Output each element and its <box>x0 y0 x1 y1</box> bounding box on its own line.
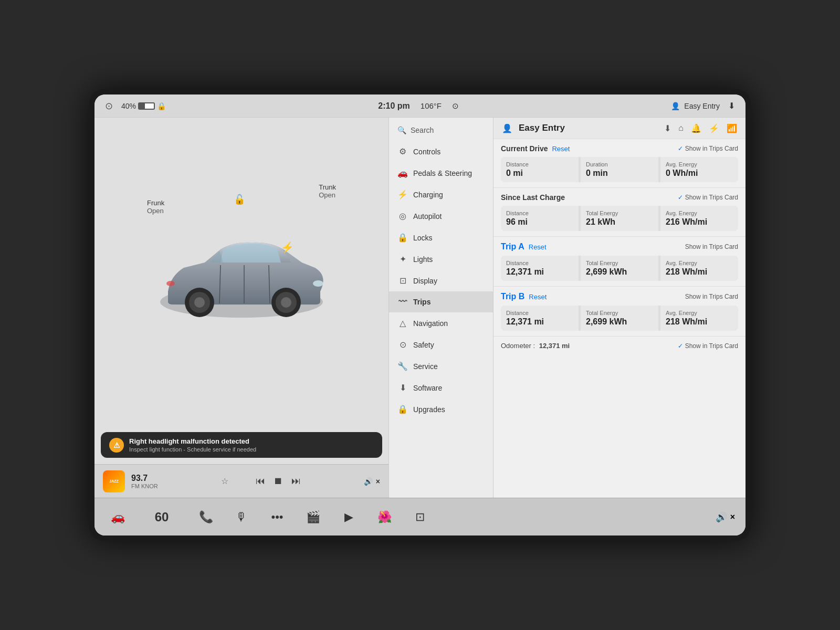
odometer-value: 12,371 mi <box>539 342 570 350</box>
odometer-row: Odometer : 12,371 mi ✓ Show in Trips Car… <box>494 337 746 355</box>
easy-entry-label: Easy Entry <box>684 102 720 110</box>
next-track-button[interactable]: ⏭ <box>291 476 301 487</box>
person-icon-header: 👤 <box>502 123 512 133</box>
locks-icon: 🔒 <box>397 233 408 243</box>
menu-item-lights[interactable]: ✦ Lights <box>389 248 493 270</box>
battery-indicator: 40% 🔒 <box>121 102 166 110</box>
battery-pct-label: 40% <box>121 102 136 110</box>
trip-a-avg-energy-label: Avg. Energy <box>666 260 733 266</box>
menu-item-software[interactable]: ⬇ Software <box>389 377 493 398</box>
trip-b-title: Trip B <box>501 292 524 301</box>
since-last-charge-show-trips[interactable]: ✓ Show in Trips Card <box>678 194 738 201</box>
menu-item-safety[interactable]: ⊙ Safety <box>389 334 493 355</box>
menu-item-autopilot[interactable]: ◎ Autopilot <box>389 205 493 227</box>
menu-item-display[interactable]: ⊡ Display <box>389 270 493 291</box>
volume-control[interactable]: 🔊 × <box>716 511 735 523</box>
trip-a-distance-label: Distance <box>506 260 573 266</box>
service-label: Service <box>413 362 438 371</box>
volume-mute-icon: × <box>730 512 735 522</box>
display-icon: ⊡ <box>397 276 408 286</box>
trip-a-avg-energy-cell: Avg. Energy 218 Wh/mi <box>660 256 738 281</box>
service-icon: 🔧 <box>397 361 408 371</box>
trip-b-section: Trip B Reset Show in Trips Card Distance… <box>494 287 746 337</box>
lights-icon: ✦ <box>397 254 408 264</box>
microphone-icon[interactable]: 🎙 <box>229 505 254 530</box>
menu-item-controls[interactable]: ⚙ Controls <box>389 141 493 162</box>
trip-b-distance-label: Distance <box>506 310 573 316</box>
phone-icon[interactable]: 📞 <box>193 505 218 530</box>
since-last-check: ✓ <box>678 194 683 201</box>
trips-panel-title: Easy Entry <box>519 123 565 133</box>
charge-bolt-icon: ⚡ <box>281 241 294 254</box>
menu-item-upgrades[interactable]: 🔒 Upgrades <box>389 398 493 420</box>
current-energy-label: Avg. Energy <box>666 161 733 167</box>
trip-a-total-energy-label: Total Energy <box>586 260 653 266</box>
frunk-label: Frunk Open <box>147 199 164 215</box>
slc-avg-energy-cell: Avg. Energy 216 Wh/mi <box>660 206 738 231</box>
current-distance-cell: Distance 0 mi <box>501 157 579 182</box>
menu-item-locks[interactable]: 🔒 Locks <box>389 227 493 248</box>
trip-a-header: Trip A Reset Show in Trips Card <box>501 242 738 251</box>
slc-distance-value: 96 mi <box>506 217 573 227</box>
menu-item-pedals[interactable]: 🚗 Pedals & Steering <box>389 162 493 184</box>
screen-icon[interactable]: ⊡ <box>407 505 433 530</box>
trip-a-total-energy-cell: Total Energy 2,699 kWh <box>581 256 658 281</box>
more-icon[interactable]: ••• <box>265 505 290 530</box>
favorite-button[interactable]: ☆ <box>221 476 228 486</box>
trip-a-stats: Distance 12,371 mi Total Energy 2,699 kW… <box>501 256 738 281</box>
volume-speaker-icon: 🔊 <box>716 511 727 523</box>
camera-icon[interactable]: 🎬 <box>300 505 326 530</box>
slc-avg-energy-value: 216 Wh/mi <box>666 217 733 227</box>
menu-item-trips[interactable]: 〰 Trips <box>389 291 493 312</box>
radio-frequency: 93.7 <box>131 474 158 483</box>
current-drive-stats: Distance 0 mi Duration 0 min Avg. Energy… <box>501 157 738 182</box>
trunk-label: Trunk Open <box>319 183 336 199</box>
car-view: Frunk Open Trunk Open 🔓 ⚡ <box>94 118 388 428</box>
current-energy-cell: Avg. Energy 0 Wh/mi <box>660 157 738 182</box>
trip-a-distance-cell: Distance 12,371 mi <box>501 256 579 281</box>
current-duration-value: 0 min <box>586 169 653 178</box>
trip-b-distance-cell: Distance 12,371 mi <box>501 306 579 331</box>
status-left: ⊙ <box>105 100 113 112</box>
current-drive-reset[interactable]: Reset <box>552 145 570 153</box>
trip-a-reset[interactable]: Reset <box>529 243 547 251</box>
menu-item-service[interactable]: 🔧 Service <box>389 355 493 377</box>
trip-a-show-trips[interactable]: Show in Trips Card <box>685 243 738 250</box>
battery-bar <box>138 102 155 110</box>
svg-point-6 <box>281 297 291 308</box>
home-header-icon[interactable]: ⌂ <box>678 123 684 133</box>
trips-icon: 〰 <box>397 297 408 307</box>
download-header-icon[interactable]: ⬇ <box>664 123 671 133</box>
trip-b-show-trips[interactable]: Show in Trips Card <box>685 293 738 300</box>
alert-text: Right headlight malfunction detected Ins… <box>129 437 256 453</box>
time-display: 2:10 pm <box>378 101 410 111</box>
trip-b-reset[interactable]: Reset <box>529 293 547 301</box>
car-panel: Frunk Open Trunk Open 🔓 ⚡ <box>94 118 388 498</box>
trip-b-avg-energy-value: 218 Wh/mi <box>666 317 733 327</box>
play-icon[interactable]: ▶ <box>336 505 361 530</box>
slc-distance-label: Distance <box>506 210 573 216</box>
apps-icon[interactable]: 🌺 <box>372 505 397 530</box>
prev-track-button[interactable]: ⏮ <box>256 476 265 487</box>
svg-point-3 <box>194 297 205 308</box>
stop-button[interactable]: ⏹ <box>274 476 283 487</box>
car-taskbar-icon[interactable]: 🚗 <box>105 505 130 530</box>
odometer-show-trips[interactable]: ✓ Show in Trips Card <box>678 342 738 350</box>
since-last-charge-header: Since Last Charge ✓ Show in Trips Card <box>501 193 738 202</box>
odometer-label: Odometer : 12,371 mi <box>501 342 570 350</box>
current-drive-show-trips-label: Show in Trips Card <box>685 145 738 152</box>
slc-total-energy-cell: Total Energy 21 kWh <box>581 206 658 231</box>
lock-icon: 🔒 <box>157 102 166 110</box>
charging-icon: ⚡ <box>397 190 408 200</box>
bell-header-icon[interactable]: 🔔 <box>691 123 701 133</box>
signal-header-icon[interactable]: 📶 <box>727 123 737 133</box>
trip-a-total-energy-value: 2,699 kWh <box>586 267 653 277</box>
search-row[interactable]: 🔍 Search <box>389 122 493 141</box>
current-drive-show-trips[interactable]: ✓ Show in Trips Card <box>678 145 738 152</box>
menu-item-navigation[interactable]: △ Navigation <box>389 312 493 334</box>
menu-item-charging[interactable]: ⚡ Charging <box>389 184 493 205</box>
since-last-charge-title: Since Last Charge <box>501 193 565 202</box>
bluetooth-header-icon[interactable]: ⚡ <box>709 123 719 133</box>
since-last-charge-section: Since Last Charge ✓ Show in Trips Card D… <box>494 188 746 237</box>
trip-a-avg-energy-value: 218 Wh/mi <box>666 267 733 277</box>
